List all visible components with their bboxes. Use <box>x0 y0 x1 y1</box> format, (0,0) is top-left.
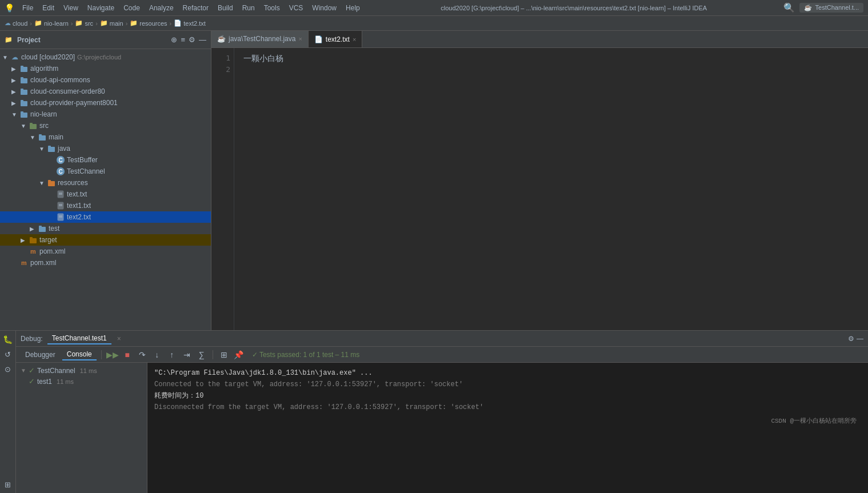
module-icon-cloud: ☁ <box>10 53 19 62</box>
svg-rect-6 <box>21 101 27 106</box>
code-line-2 <box>243 64 859 75</box>
debug-tree-test1[interactable]: ✓ test1 11 ms <box>16 376 147 387</box>
tree-item-algorithm[interactable]: ▶ algorithm <box>0 63 211 74</box>
editor-tab-text2[interactable]: 📄 text2.txt × <box>309 31 362 47</box>
debug-sync-icon[interactable]: ↺ <box>2 348 14 360</box>
tree-item-testchannel[interactable]: ▶ C TestChannel <box>0 166 211 177</box>
evaluate-icon[interactable]: ∑ <box>195 348 208 361</box>
tree-item-java[interactable]: ▼ java <box>0 143 211 154</box>
menu-file[interactable]: File <box>18 3 38 13</box>
minimize-icon[interactable]: — <box>199 35 206 44</box>
tree-item-src[interactable]: ▼ src <box>0 120 211 131</box>
tree-item-text2-txt[interactable]: ▶ text2.txt <box>0 211 211 223</box>
tree-item-cloud-api[interactable]: ▶ cloud-api-commons <box>0 74 211 86</box>
debug-panel-settings[interactable]: ⚙ <box>848 335 854 343</box>
svg-rect-20 <box>48 181 55 186</box>
tree-item-test[interactable]: ▶ test <box>0 223 211 234</box>
folder-icon-cloud-consumer <box>19 87 29 96</box>
tree-item-pom-root[interactable]: ▶ m pom.xml <box>0 257 211 268</box>
breadcrumb-resources[interactable]: 📁 resources <box>130 19 167 27</box>
debug-outer: 🐛 ↺ ⊙ ⊞ Debug: TestChannel.test1 × ⚙ — D… <box>0 330 868 493</box>
menu-run[interactable]: Run <box>238 3 259 13</box>
debug-expand-icon[interactable]: ⊞ <box>2 478 14 491</box>
restore-layout-icon[interactable]: ⊞ <box>218 348 230 361</box>
debug-toolbar: Debugger Console ▶▶ ■ ↷ ↓ ↑ ⇥ ∑ ⊞ 📌 ✓ Te… <box>16 347 868 363</box>
svg-rect-32 <box>39 226 42 227</box>
debug-tree-testchannel[interactable]: ▼ ✓ TestChannel 11 ms <box>16 365 147 376</box>
debug-bugs-icon[interactable]: 🐛 <box>2 333 14 346</box>
code-editor[interactable]: 一颗小白杨 <box>234 48 868 330</box>
tab-close-testchannel[interactable]: × <box>298 35 302 42</box>
menu-refactor[interactable]: Refactor <box>178 3 213 13</box>
svg-rect-11 <box>30 123 33 125</box>
menu-bar: 💡 File Edit View Navigate Code Analyze R… <box>0 0 868 16</box>
pin-icon[interactable]: 📌 <box>233 348 245 361</box>
tree-label-algorithm: algorithm <box>30 65 58 73</box>
file-icon-text-txt <box>56 190 65 199</box>
breadcrumb-cloud[interactable]: ☁ cloud <box>5 19 27 27</box>
step-into-icon[interactable]: ↓ <box>151 348 163 361</box>
run-to-cursor-icon[interactable]: ⇥ <box>181 348 193 361</box>
tab-label-testchannel: java\TestChannel.java <box>229 35 295 43</box>
breadcrumb-src[interactable]: 📁 src <box>75 19 93 27</box>
recent-tab[interactable]: ☕ TestChannel.t... <box>799 3 863 13</box>
tree-item-cloud-consumer[interactable]: ▶ cloud-consumer-order80 <box>0 86 211 97</box>
arrow-java: ▼ <box>39 146 47 152</box>
tab-close-text2[interactable]: × <box>353 36 356 43</box>
folder-icon-3: 📁 <box>100 19 108 27</box>
breadcrumb-file[interactable]: 📄 text2.txt <box>174 19 206 27</box>
debug-testchannel-label: TestChannel <box>37 367 75 375</box>
tree-item-main[interactable]: ▼ main <box>0 131 211 143</box>
editor-area: ☕ java\TestChannel.java × 📄 text2.txt × … <box>211 31 868 330</box>
tree-label-pom-nio: pom.xml <box>39 247 65 255</box>
debug-terminal-icon[interactable]: ⊙ <box>2 363 14 375</box>
settings-icon[interactable]: ⚙ <box>189 35 195 44</box>
svg-rect-9 <box>21 111 23 113</box>
debug-panel-close[interactable]: — <box>857 335 863 343</box>
menu-analyze[interactable]: Analyze <box>145 3 178 13</box>
svg-text:C: C <box>58 169 62 175</box>
tree-item-text-txt[interactable]: ▶ text.txt <box>0 189 211 200</box>
svg-rect-14 <box>48 147 55 152</box>
debug-tab-debugger[interactable]: Debugger <box>21 350 60 360</box>
tree-item-target[interactable]: ▶ target <box>0 234 211 246</box>
breadcrumb-sep-3: › <box>95 20 98 27</box>
step-over-icon[interactable]: ↷ <box>136 348 149 361</box>
menu-build[interactable]: Build <box>213 3 238 13</box>
tree-item-testbuffer[interactable]: ▶ C TestBuffer <box>0 154 211 166</box>
line-num-2: 2 <box>215 64 230 75</box>
menu-code[interactable]: Code <box>119 3 145 13</box>
menu-window[interactable]: Window <box>307 3 341 13</box>
debug-session-label[interactable]: TestChannel.test1 <box>47 333 111 344</box>
tree-item-text1-txt[interactable]: ▶ text1.txt <box>0 200 211 211</box>
file-icon: 📄 <box>174 19 182 27</box>
tree-item-cloud-provider[interactable]: ▶ cloud-provider-payment8001 <box>0 97 211 109</box>
breadcrumb-nio-learn[interactable]: 📁 nio-learn <box>34 19 69 27</box>
editor-content[interactable]: 1 2 一颗小白杨 <box>211 48 868 330</box>
debug-left-icons: 🐛 ↺ ⊙ ⊞ <box>0 331 16 493</box>
tree-item-cloud[interactable]: ▼ ☁ cloud [cloud2020] G:\project\cloud <box>0 51 211 63</box>
menu-navigate[interactable]: Navigate <box>83 3 119 13</box>
rerun-icon[interactable]: ▶▶ <box>106 348 119 361</box>
menu-vcs[interactable]: VCS <box>285 3 308 13</box>
tree-item-pom-nio[interactable]: ▶ m pom.xml <box>0 246 211 257</box>
stop-icon[interactable]: ■ <box>121 348 134 361</box>
search-icon[interactable]: 🔍 <box>783 2 795 13</box>
collapse-all-icon[interactable]: ≡ <box>181 35 185 44</box>
arrow-test: ▶ <box>30 226 38 232</box>
menu-tools[interactable]: Tools <box>259 3 285 13</box>
console-line-3: 耗费时间为：10 <box>154 390 861 402</box>
menu-view[interactable]: View <box>59 3 83 13</box>
breadcrumb-main[interactable]: 📁 main <box>100 19 123 27</box>
menu-edit[interactable]: Edit <box>38 3 59 13</box>
tree-item-resources[interactable]: ▼ resources <box>0 177 211 189</box>
step-out-icon[interactable]: ↑ <box>166 348 178 361</box>
menu-help[interactable]: Help <box>341 3 365 13</box>
debug-tab-console[interactable]: Console <box>62 349 97 360</box>
tree-item-nio-learn[interactable]: ▼ nio-learn <box>0 109 211 120</box>
editor-tab-testchannel[interactable]: ☕ java\TestChannel.java × <box>211 31 309 47</box>
locate-file-icon[interactable]: ⊕ <box>171 35 177 44</box>
svg-rect-5 <box>21 89 23 90</box>
debug-session-close[interactable]: × <box>117 335 121 343</box>
window-title: cloud2020 [G:\project\cloud] – ...\nio-l… <box>365 5 783 11</box>
